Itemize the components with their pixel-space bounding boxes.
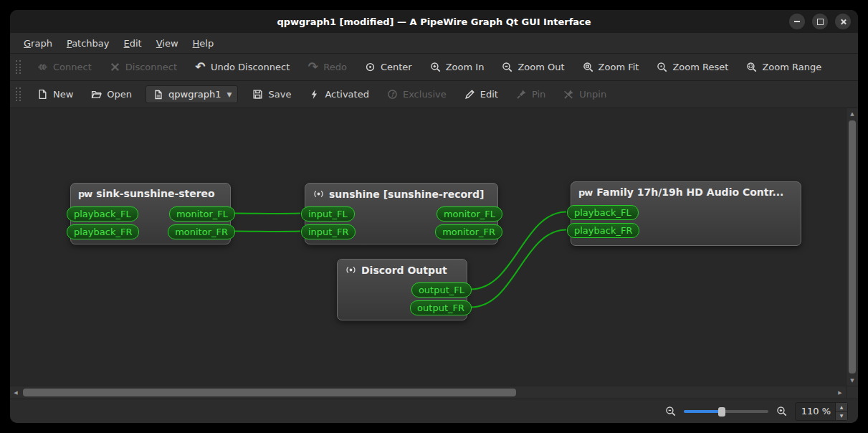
- port-monitor-fl[interactable]: monitor_FL: [437, 206, 502, 222]
- redo-icon: ↷: [307, 61, 319, 73]
- vertical-scrollbar[interactable]: ▲ ▼: [846, 108, 858, 386]
- port-playback-fl[interactable]: playback_FL: [67, 206, 138, 222]
- title-bar: qpwgraph1 [modified] — A PipeWire Graph …: [10, 10, 858, 33]
- connect-icon: [37, 61, 49, 73]
- node-discord-output[interactable]: Discord Output output_FL output_FR: [337, 259, 467, 320]
- zoom-fit-icon: [582, 61, 594, 73]
- port-monitor-fl[interactable]: monitor_FL: [169, 206, 235, 222]
- unpin-icon: [563, 88, 575, 100]
- pencil-icon: [464, 88, 476, 100]
- zoom-slider-track[interactable]: [684, 410, 768, 413]
- disconnect-button[interactable]: Disconnect: [102, 57, 183, 77]
- node-family-hd-audio[interactable]: pw Family 17h/19h HD Audio Contr... play…: [571, 181, 801, 246]
- zoom-slider-fill: [684, 410, 721, 413]
- menu-patchbay[interactable]: Patchbay: [60, 36, 116, 51]
- scroll-left-arrow[interactable]: ◀: [10, 386, 22, 399]
- pin-icon: [515, 88, 528, 100]
- application-icon: [345, 264, 357, 276]
- undo-disconnect-button[interactable]: ↶ Undo Disconnect: [188, 57, 296, 77]
- spin-down-button[interactable]: ▼: [835, 411, 847, 420]
- redo-label: Redo: [323, 62, 347, 72]
- menu-help[interactable]: Help: [186, 36, 221, 51]
- horizontal-scrollbar-thumb[interactable]: [23, 389, 516, 396]
- zoom-reset-button[interactable]: Zoom Reset: [649, 57, 735, 77]
- port-playback-fl[interactable]: playback_FL: [567, 205, 639, 220]
- menu-view[interactable]: View: [150, 36, 185, 51]
- minimize-button[interactable]: [789, 14, 805, 29]
- zoom-out-label: Zoom Out: [518, 62, 564, 72]
- center-button[interactable]: Center: [358, 57, 419, 77]
- port-input-fl[interactable]: input_FL: [301, 206, 355, 222]
- port-input-fr[interactable]: input_FR: [301, 224, 356, 239]
- port-output-fr[interactable]: output_FR: [410, 300, 472, 315]
- scroll-up-arrow[interactable]: ▲: [846, 108, 858, 119]
- open-label: Open: [107, 89, 132, 100]
- open-button[interactable]: Open: [84, 85, 138, 104]
- scroll-right-arrow[interactable]: ▶: [834, 386, 846, 399]
- open-folder-icon: [90, 88, 102, 100]
- vertical-scrollbar-thumb[interactable]: [849, 120, 856, 373]
- redo-button[interactable]: ↷ Redo: [300, 57, 353, 77]
- zoom-fit-button[interactable]: Zoom Fit: [576, 57, 646, 77]
- zoom-in-button[interactable]: Zoom In: [423, 57, 491, 77]
- node-header: pw Family 17h/19h HD Audio Contr...: [571, 182, 801, 199]
- unpin-button[interactable]: Unpin: [556, 85, 613, 104]
- port-monitor-fr[interactable]: monitor_FR: [168, 224, 235, 239]
- save-label: Save: [268, 89, 291, 100]
- edit-button[interactable]: Edit: [457, 85, 505, 104]
- pin-button[interactable]: Pin: [509, 85, 552, 104]
- port-monitor-fr[interactable]: monitor_FR: [435, 224, 502, 239]
- scroll-down-arrow[interactable]: ▼: [846, 375, 858, 386]
- node-sunshine-record[interactable]: sunshine [sunshine-record] input_FL inpu…: [305, 183, 498, 244]
- exclusive-icon: f: [386, 88, 399, 100]
- port-playback-fr[interactable]: playback_FR: [67, 224, 139, 239]
- toolbar-handle[interactable]: [16, 87, 21, 101]
- unpin-label: Unpin: [579, 89, 606, 100]
- zoom-reset-icon: [656, 61, 668, 73]
- toolbar-handle[interactable]: [16, 60, 21, 74]
- port-playback-fr[interactable]: playback_FR: [567, 223, 639, 238]
- close-button[interactable]: [835, 14, 851, 29]
- save-button[interactable]: Save: [245, 85, 297, 104]
- undo-disconnect-label: Undo Disconnect: [211, 62, 290, 72]
- zoom-slider-handle[interactable]: [718, 407, 725, 417]
- exclusive-button[interactable]: f Exclusive: [380, 85, 453, 104]
- spin-up-button[interactable]: ▲: [835, 403, 847, 411]
- undo-icon: ↶: [194, 61, 206, 73]
- activated-button[interactable]: Activated: [302, 85, 376, 104]
- zoom-spinbox[interactable]: 110 % ▲ ▼: [795, 402, 848, 421]
- save-icon: [252, 88, 264, 100]
- zoom-in-label: Zoom In: [446, 62, 485, 72]
- menu-edit[interactable]: Edit: [118, 36, 148, 51]
- node-header: Discord Output: [338, 260, 467, 277]
- graph-canvas[interactable]: pw sink-sunshine-stereo playback_FL play…: [10, 108, 846, 386]
- zoom-in-small-icon: [776, 405, 788, 417]
- port-output-fl[interactable]: output_FL: [411, 282, 472, 298]
- new-file-icon: [37, 88, 49, 100]
- new-button[interactable]: New: [30, 85, 80, 104]
- maximize-icon: [817, 19, 824, 25]
- zoom-slider[interactable]: [684, 406, 768, 417]
- patchbay-combobox[interactable]: qpwgraph1 ▼: [146, 85, 238, 103]
- disconnect-label: Disconnect: [125, 62, 177, 72]
- window-title: qpwgraph1 [modified] — A PipeWire Graph …: [277, 16, 591, 27]
- lightning-icon: [308, 88, 320, 100]
- zoom-fit-label: Zoom Fit: [598, 62, 639, 72]
- maximize-button[interactable]: [812, 14, 828, 29]
- zoom-out-small-icon: [664, 405, 677, 417]
- application-icon: [313, 188, 325, 200]
- patchbay-file-icon: [152, 88, 164, 100]
- menu-graph[interactable]: Graph: [17, 36, 59, 51]
- node-sink-sunshine-stereo[interactable]: pw sink-sunshine-stereo playback_FL play…: [70, 183, 231, 244]
- center-icon: [364, 61, 376, 73]
- activated-label: Activated: [325, 89, 369, 100]
- zoom-range-button[interactable]: Zoom Range: [739, 57, 828, 77]
- horizontal-scrollbar[interactable]: ◀ ▶: [10, 386, 858, 399]
- disconnect-icon: [109, 61, 121, 73]
- zoom-range-icon: [745, 61, 758, 73]
- node-title: sink-sunshine-stereo: [96, 188, 214, 199]
- connect-button[interactable]: Connect: [30, 57, 98, 77]
- spin-arrows: ▲ ▼: [835, 403, 847, 420]
- zoom-out-button[interactable]: Zoom Out: [495, 57, 571, 77]
- zoom-reset-label: Zoom Reset: [672, 62, 728, 72]
